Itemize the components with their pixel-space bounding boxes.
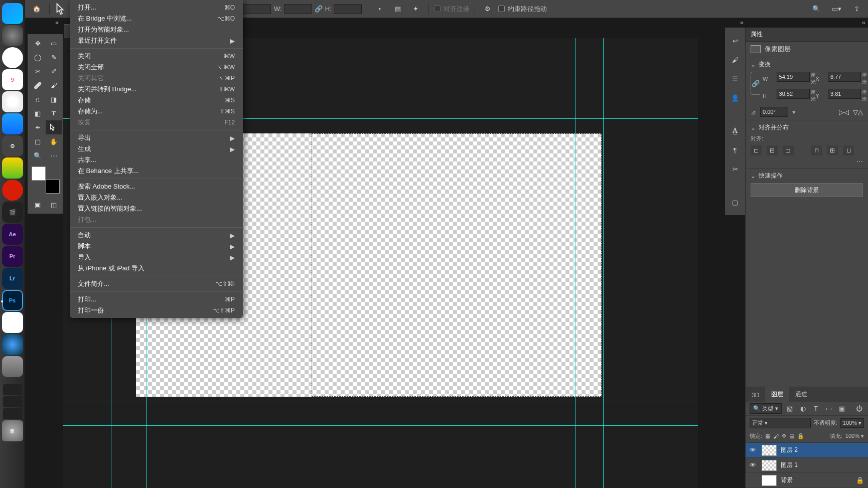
visibility-toggle-icon[interactable]: 👁 (750, 461, 758, 469)
layer-row[interactable]: 👁图层 1 (746, 458, 868, 473)
align-top[interactable]: ⊓ (811, 145, 822, 155)
spot-heal-tool[interactable]: 🩹 (30, 78, 46, 92)
filter-shape-icon[interactable]: ▭ (824, 404, 834, 414)
quick-actions-heading[interactable]: 快速操作 (751, 172, 863, 180)
zoom-tool[interactable]: 🔍 (30, 148, 46, 162)
y-input[interactable] (828, 89, 861, 99)
filter-type-icon[interactable]: T (811, 404, 821, 414)
share-icon[interactable]: ⇪ (849, 2, 864, 17)
tab-3d[interactable]: 3D (746, 389, 765, 402)
lasso-tool[interactable]: ◯ (30, 50, 46, 64)
dock-music-icon[interactable] (2, 157, 23, 179)
filter-adjust-icon[interactable]: ◐ (798, 404, 808, 414)
align-left[interactable]: ⊏ (751, 145, 762, 155)
dock-appstore-icon[interactable] (2, 113, 23, 134)
hand-tool[interactable]: ✋ (46, 134, 62, 148)
properties-panel-tab[interactable]: 属性 (746, 28, 868, 42)
color-swatches[interactable] (31, 166, 61, 195)
dock-quicktime-icon[interactable] (2, 334, 23, 355)
align-bottom[interactable]: ⊔ (843, 145, 854, 155)
dock-imagecapture-icon[interactable] (2, 356, 23, 377)
guide-horizontal[interactable] (63, 402, 698, 402)
align-hcenter[interactable]: ⊟ (767, 145, 778, 155)
lock-trans-icon[interactable]: ▦ (765, 433, 770, 439)
tab-layers[interactable]: 图层 (765, 387, 789, 402)
menu-item[interactable]: 打印一份⌥⇧⌘P (70, 305, 243, 316)
collapse-right-icon[interactable]: » (740, 19, 744, 26)
menu-item[interactable]: 在 Bridge 中浏览...⌥⌘O (70, 13, 243, 24)
constrain-drag-option[interactable]: 约束路径拖动 (498, 5, 547, 14)
layer-name-label[interactable]: 图层 1 (781, 461, 864, 469)
pathop-1[interactable]: ▪ (372, 2, 387, 17)
layer-row[interactable]: 👁图层 2 (746, 443, 868, 458)
angle-dropdown[interactable]: ▾ (792, 108, 796, 116)
menu-item[interactable]: 在 Behance 上共享... (70, 166, 243, 177)
menu-item[interactable]: 关闭⌘W (70, 51, 243, 62)
edit-toolbar[interactable]: ⋯ (46, 148, 62, 162)
align-more[interactable]: ⋯ (751, 157, 863, 165)
pathop-2[interactable]: ▤ (390, 2, 405, 17)
swatches-panel-icon[interactable]: ☰ (729, 73, 741, 85)
background-color-swatch[interactable] (46, 180, 60, 194)
type-tool[interactable]: T (46, 106, 62, 120)
flip-h-icon[interactable]: ▷◁ (839, 108, 849, 116)
fill-input[interactable]: 100% ▾ (845, 433, 864, 439)
paragraph-panel-icon[interactable]: ¶ (729, 144, 741, 156)
dock-finder-icon[interactable] (2, 3, 23, 24)
pathop-3[interactable]: ✦ (408, 2, 423, 17)
lock-move-icon[interactable]: ✥ (782, 433, 786, 439)
menu-item[interactable]: 导入▶ (70, 252, 243, 263)
menu-item[interactable]: 关闭并转到 Bridge...⇧⌘W (70, 84, 243, 95)
lock-icon[interactable]: 🔒 (856, 476, 864, 484)
filter-toggle[interactable]: ⏻ (854, 404, 864, 414)
remove-background-button[interactable]: 删除背景 (751, 183, 863, 197)
stroke-style-dropdown[interactable] (241, 4, 271, 14)
dock-safari-icon[interactable] (2, 47, 23, 68)
filter-smart-icon[interactable]: ▣ (837, 404, 847, 414)
marquee-tool[interactable]: ▭ (46, 36, 62, 50)
rectangle-tool[interactable]: ▢ (30, 134, 46, 148)
menu-item[interactable]: 文件简介...⌥⇧⌘I (70, 278, 243, 289)
align-edges-option[interactable]: 对齐边缘 (434, 5, 470, 14)
dock-minimized-1[interactable] (3, 384, 22, 395)
x-input[interactable] (828, 72, 861, 82)
quick-select-tool[interactable]: ✎ (46, 50, 62, 64)
dock-minimized-3[interactable] (3, 408, 22, 419)
collapse-far-right-icon[interactable]: « (862, 19, 865, 26)
menu-item[interactable]: 置入嵌入对象... (70, 192, 243, 203)
collapse-left-icon[interactable]: « (55, 19, 59, 26)
dock-photos-icon[interactable] (2, 91, 23, 112)
menu-item[interactable]: 打开为智能对象... (70, 24, 243, 35)
layer-row[interactable]: 背景🔒 (746, 473, 868, 488)
w-input[interactable] (777, 72, 810, 82)
menu-item[interactable]: 自动▶ (70, 230, 243, 241)
eyedropper-tool[interactable]: ✐ (46, 64, 62, 78)
menu-item[interactable]: 关闭全部⌥⌘W (70, 62, 243, 73)
brush-tool[interactable]: 🖌 (46, 78, 62, 92)
layer-thumbnail[interactable] (762, 460, 777, 471)
gear-icon[interactable]: ⚙︎ (480, 2, 495, 17)
align-vcenter[interactable]: ⊞ (827, 145, 838, 155)
search-icon[interactable]: 🔍 (809, 2, 824, 17)
menu-item[interactable]: 存储为...⇧⌘S (70, 106, 243, 117)
visibility-toggle-icon[interactable]: 👁 (750, 446, 758, 454)
dock-lightroom-icon[interactable]: Lr (2, 268, 23, 289)
layer-name-label[interactable]: 图层 2 (781, 446, 864, 454)
align-right[interactable]: ⊐ (783, 145, 794, 155)
clone-tool[interactable]: ⎌ (30, 92, 46, 106)
layer-name-label[interactable]: 背景 (781, 476, 852, 484)
flip-v-icon[interactable]: ▽△ (853, 108, 863, 116)
foreground-color-swatch[interactable] (32, 167, 46, 181)
path-select-tool[interactable] (46, 120, 62, 134)
layer-thumbnail[interactable] (762, 475, 777, 486)
guide-vertical[interactable] (575, 38, 575, 488)
menu-item[interactable]: 存储⌘S (70, 95, 243, 106)
home-button[interactable]: 🏠 (29, 2, 44, 17)
height-input[interactable] (334, 4, 362, 14)
dock-minimized-2[interactable] (3, 396, 22, 407)
menu-item[interactable]: 共享... (70, 154, 243, 166)
h-input[interactable] (777, 89, 810, 99)
tool-indicator[interactable] (55, 2, 70, 17)
layer-thumbnail[interactable] (762, 445, 777, 456)
character-panel-icon[interactable]: 👤 (729, 92, 741, 104)
